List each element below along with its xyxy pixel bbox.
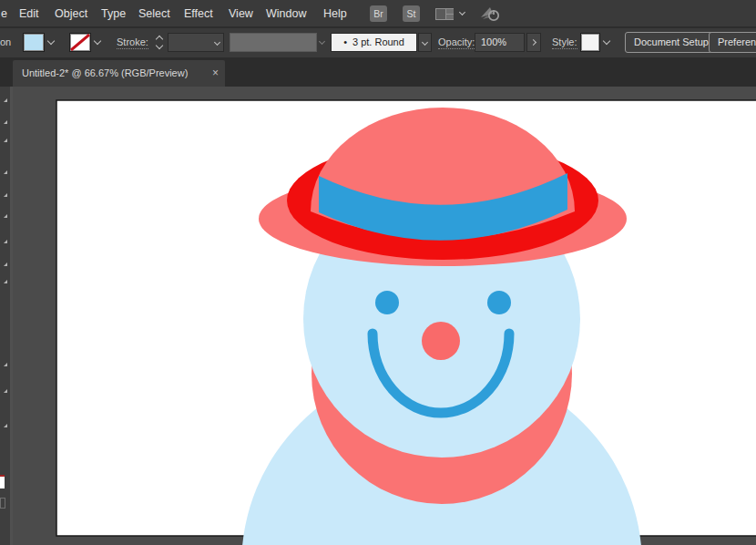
opacity-options-button[interactable] bbox=[526, 33, 541, 52]
menu-bar: e Edit Object Type Select Effect View Wi… bbox=[0, 0, 756, 27]
brush-preview-dot: • bbox=[343, 36, 347, 47]
tool-flyout-triangle bbox=[4, 139, 7, 142]
menu-help[interactable]: Help bbox=[323, 0, 347, 27]
document-setup-button[interactable]: Document Setup bbox=[625, 32, 718, 53]
brush-chevron-button[interactable] bbox=[418, 33, 432, 52]
document-tab-bar: Untitled-2* @ 66.67% (RGB/Preview) × bbox=[0, 57, 756, 87]
menu-select[interactable]: Select bbox=[138, 0, 170, 27]
chevron-right-icon bbox=[530, 39, 536, 46]
style-label[interactable]: Style: bbox=[552, 36, 577, 49]
tool-flyout-triangle bbox=[4, 280, 7, 283]
gpu-performance-icon[interactable] bbox=[478, 5, 502, 26]
menu-view[interactable]: View bbox=[229, 0, 253, 27]
tools-panel-edge bbox=[10, 87, 13, 545]
snowman-right-eye[interactable] bbox=[487, 291, 511, 314]
tool-flyout-triangle bbox=[4, 262, 7, 266]
illustrator-window: e Edit Object Type Select Effect View Wi… bbox=[0, 0, 756, 545]
none-slash-icon bbox=[70, 34, 90, 51]
no-stroke-swatch[interactable] bbox=[69, 33, 91, 52]
tool-flyout-triangle bbox=[4, 424, 7, 427]
tool-flyout-triangle bbox=[4, 193, 7, 197]
style-swatch[interactable] bbox=[580, 33, 600, 52]
menu-edit[interactable]: Edit bbox=[19, 0, 39, 27]
brush-name: 3 pt. Round bbox=[352, 36, 404, 47]
fill-color-swatch[interactable] bbox=[23, 33, 45, 52]
tool-flyout-triangle bbox=[4, 98, 7, 102]
brush-chevron-icon bbox=[422, 39, 428, 46]
stroke-swatch-chevron-icon[interactable] bbox=[94, 37, 101, 45]
menu-window[interactable]: Window bbox=[266, 0, 306, 27]
tool-flyout-triangle bbox=[4, 170, 7, 174]
menu-effect[interactable]: Effect bbox=[184, 0, 213, 27]
opacity-value-field[interactable]: 100% bbox=[475, 33, 525, 52]
fill-chevron-icon[interactable] bbox=[47, 37, 55, 45]
menu-object[interactable]: Object bbox=[55, 0, 87, 27]
width-profile-chevron-icon bbox=[319, 38, 325, 45]
menu-file-partial[interactable]: e bbox=[1, 0, 7, 27]
menu-type[interactable]: Type bbox=[101, 0, 126, 27]
tool-flyout-triangle bbox=[4, 214, 7, 218]
stroke-label[interactable]: Stroke: bbox=[117, 36, 148, 49]
stroke-weight-chevron-icon bbox=[214, 39, 220, 46]
workspace-switcher-icon[interactable] bbox=[434, 7, 455, 25]
snowman-left-eye[interactable] bbox=[375, 291, 399, 314]
tab-close-icon[interactable]: × bbox=[212, 67, 219, 79]
style-chevron-icon[interactable] bbox=[603, 37, 610, 45]
control-bar: on Stroke: •3 pt. Round Opacity: 100% St… bbox=[0, 28, 756, 57]
artboard-view bbox=[0, 87, 756, 545]
stroke-indicator-fragment[interactable] bbox=[0, 498, 5, 509]
workspace-chevron-icon[interactable] bbox=[459, 9, 465, 15]
document-tab[interactable]: Untitled-2* @ 66.67% (RGB/Preview) × bbox=[13, 60, 225, 87]
width-profile-dropdown[interactable] bbox=[230, 33, 317, 52]
bridge-icon[interactable]: Br bbox=[370, 5, 387, 22]
tool-flyout-triangle bbox=[4, 240, 7, 243]
tool-flyout-triangle bbox=[4, 363, 7, 366]
stroke-weight-stepper[interactable] bbox=[155, 35, 166, 51]
tools-panel-sliver[interactable] bbox=[0, 87, 10, 545]
tool-flyout-triangle bbox=[4, 120, 7, 124]
stock-icon[interactable]: St bbox=[403, 5, 420, 22]
tool-flyout-triangle bbox=[4, 389, 7, 393]
fill-stroke-indicator-fragment[interactable] bbox=[0, 475, 5, 488]
document-tab-title: Untitled-2* @ 66.67% (RGB/Preview) bbox=[22, 67, 188, 78]
snowman-nose[interactable] bbox=[422, 322, 460, 360]
brush-definition-dropdown[interactable]: •3 pt. Round bbox=[331, 33, 417, 52]
opacity-label[interactable]: Opacity: bbox=[438, 36, 475, 49]
preferences-button[interactable]: Preferences bbox=[709, 32, 756, 53]
stroke-weight-dropdown[interactable] bbox=[168, 33, 224, 52]
canvas-area[interactable] bbox=[0, 87, 756, 545]
selection-label-fragment: on bbox=[0, 36, 11, 47]
